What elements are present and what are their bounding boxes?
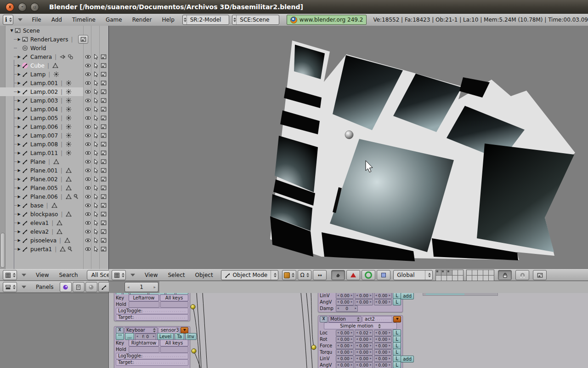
expand-toggle-icon[interactable]: ▶ (17, 177, 22, 181)
local-toggle[interactable]: L (393, 336, 401, 343)
layer-cell-10[interactable] (458, 276, 463, 281)
translate-manipulator-toggle[interactable] (346, 270, 360, 280)
decrement-arrow[interactable]: ◂ (375, 363, 377, 367)
decrement-arrow[interactable]: ◂ (337, 338, 339, 341)
object-context-button[interactable] (98, 282, 110, 292)
expand-toggle-icon[interactable]: ▶ (17, 230, 22, 234)
decrement-arrow[interactable]: ◂ (337, 307, 339, 310)
visibility-toggle[interactable] (85, 80, 91, 86)
number-field[interactable]: ◂0.00▸ (374, 330, 392, 336)
number-field[interactable]: ◂0.00▸ (336, 336, 354, 343)
expand-toggle-icon[interactable]: ▶ (17, 90, 22, 94)
orientation-value[interactable]: Global (394, 270, 425, 280)
outliner-row-plane-001[interactable]: ▶Plane.001| (0, 166, 108, 175)
expand-toggle-icon[interactable]: ▶ (17, 168, 22, 172)
visibility-toggle[interactable] (85, 88, 91, 95)
increment-arrow[interactable]: ▸ (370, 338, 372, 341)
decrement-arrow[interactable]: ◂ (337, 363, 339, 367)
keyboard-sensor-brick[interactable]: XKeyboarsensor3....................''',,… (114, 326, 190, 368)
selectability-toggle[interactable] (92, 123, 99, 130)
maximize-window-button[interactable]: ▫ (30, 3, 39, 12)
hold-field-1[interactable] (129, 346, 159, 353)
number-field[interactable]: ◂0.00▸ (355, 336, 373, 343)
number-field[interactable]: ◂0.00▸ (355, 349, 373, 356)
increment-arrow[interactable]: ▸ (351, 331, 353, 334)
layer-cell-9[interactable] (483, 276, 488, 281)
invert-button[interactable]: Inv (185, 333, 197, 340)
selectability-toggle[interactable] (92, 237, 99, 243)
menu-game[interactable]: Game (101, 17, 127, 23)
delete-sensor-button[interactable]: X (116, 327, 124, 334)
outliner-row-puerta1[interactable]: ▶puerta1| (0, 245, 108, 253)
selectability-toggle[interactable] (92, 193, 99, 200)
decrement-arrow[interactable]: ◂ (356, 331, 358, 334)
layer-cell-8[interactable] (447, 276, 452, 281)
layer-cell-6[interactable] (436, 276, 441, 281)
visibility-toggle[interactable] (85, 202, 91, 208)
level-button[interactable]: Level (157, 333, 174, 340)
stepper-icon[interactable] (271, 270, 278, 280)
chevron-down-icon[interactable] (130, 274, 135, 276)
visibility-toggle[interactable] (85, 141, 91, 147)
pulse-false-button[interactable]: ,,, (125, 333, 134, 340)
decrement-arrow[interactable]: ◂ (337, 351, 339, 354)
outliner-row-pisoeleva[interactable]: ▶pisoeleva| (0, 236, 108, 245)
selectability-toggle[interactable] (92, 141, 99, 147)
stepper-icon[interactable] (183, 15, 187, 24)
number-field[interactable]: ◂0.00▸ (336, 299, 354, 305)
number-field[interactable]: ◂0.00▸ (336, 330, 354, 336)
renderability-toggle[interactable] (100, 193, 107, 200)
number-field[interactable]: ◂0.00▸ (336, 362, 354, 368)
motion-actuator-brick[interactable]: XMotionact2....................Simple mo… (318, 315, 403, 368)
increment-arrow[interactable]: ▸ (370, 294, 372, 297)
expand-toggle-icon[interactable]: ▶ (17, 133, 22, 138)
increment-arrow[interactable]: ▸ (389, 344, 390, 347)
decrement-arrow[interactable]: ◂ (356, 294, 358, 297)
outliner-row-lamp-004[interactable]: ▶Lamp.004| (0, 105, 108, 114)
visibility-toggle[interactable] (85, 176, 91, 182)
layer-cell-3[interactable] (447, 270, 452, 275)
renderability-toggle[interactable] (100, 228, 107, 235)
viewport-menu-object[interactable]: Object (190, 272, 218, 278)
selectability-toggle[interactable] (92, 132, 99, 138)
visibility-toggle[interactable] (85, 237, 91, 243)
hold-field-2[interactable] (160, 346, 188, 353)
decrement-arrow[interactable]: ◂ (356, 351, 358, 354)
delete-actuator-button[interactable]: X (320, 316, 328, 322)
layer-cell-5[interactable] (458, 270, 463, 275)
decrement-arrow[interactable]: ◂ (337, 300, 339, 304)
decrement-arrow[interactable]: ◂ (375, 294, 377, 297)
number-field[interactable]: ◂0.00▸ (374, 349, 392, 356)
layer-buttons-group-2[interactable] (466, 270, 494, 281)
viewport-editor-type-button[interactable] (112, 270, 126, 280)
motion-actuator-brick-partial[interactable]: LinV◂0.00▸◂0.00▸◂0.00▸LaddAngV◂0.00▸◂0.0… (318, 293, 403, 312)
outliner-row-plane[interactable]: ▶Plane| (0, 157, 108, 166)
visibility-toggle[interactable] (85, 132, 91, 138)
outliner-row-plane-005[interactable]: ▶Plane.005| (0, 184, 108, 192)
outliner-row-world[interactable]: World (0, 44, 108, 52)
expand-toggle-icon[interactable]: ▶ (17, 37, 22, 41)
actuator-name-field[interactable]: act2.................... (362, 316, 392, 322)
menu-add[interactable]: Add (46, 17, 67, 23)
panels-menu[interactable]: Panels (31, 284, 59, 290)
outliner-row-lamp-011[interactable]: ▶Lamp.011| (0, 149, 108, 157)
outliner-row-eleva1[interactable]: ▶eleva1| (0, 218, 108, 227)
frequency-field[interactable]: ◂f: 0▸ (135, 334, 156, 340)
mode-dropdown[interactable]: Object Mode (221, 270, 279, 280)
outliner-row-lamp-001[interactable]: ▶Lamp.001| (0, 79, 108, 87)
stepper-icon[interactable] (425, 270, 432, 280)
decrement-arrow[interactable]: ◂ (356, 338, 358, 341)
motion-mode-dropdown[interactable]: Simple motion (324, 322, 397, 329)
layer-cell-2[interactable] (472, 270, 477, 275)
increment-arrow[interactable]: ▸ (389, 294, 390, 297)
visibility-toggle[interactable] (85, 97, 91, 104)
collapse-dropdown-button[interactable] (181, 327, 188, 334)
editor-type-button[interactable]: i (3, 15, 13, 25)
layer-cell-8[interactable] (478, 276, 483, 281)
logic-context-button[interactable] (60, 282, 72, 292)
script-context-button[interactable] (73, 282, 85, 292)
layer-cell-4[interactable] (452, 270, 458, 275)
logtoggle-field[interactable]: LogToggle:..............................… (116, 308, 188, 314)
layer-cell-1[interactable] (467, 270, 472, 275)
renderability-toggle[interactable] (100, 211, 107, 217)
